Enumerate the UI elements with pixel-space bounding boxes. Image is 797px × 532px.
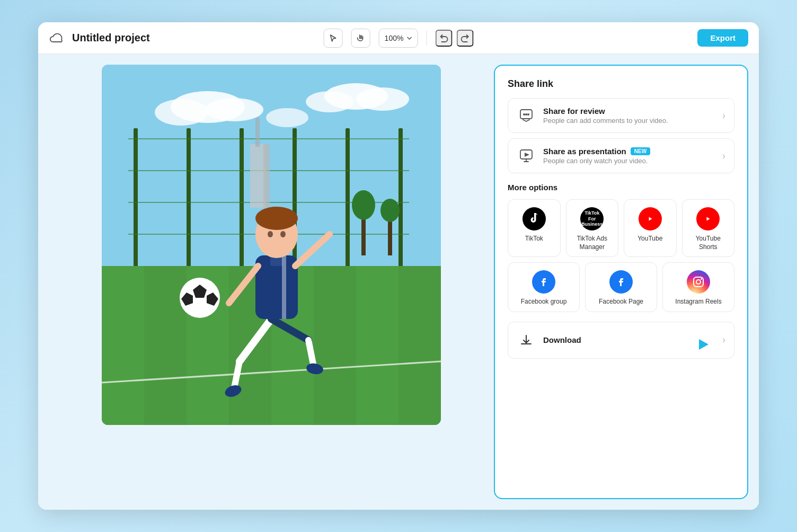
zoom-value: 100% xyxy=(385,34,404,42)
instagram-reels-label: Instagram Reels xyxy=(675,298,721,306)
facebook-group-icon xyxy=(532,270,555,294)
chevron-right-icon-2: › xyxy=(722,150,725,162)
share-review-title: Share for review xyxy=(543,107,715,116)
undo-button[interactable] xyxy=(435,30,452,47)
share-review-icon xyxy=(517,106,536,125)
tiktok-icon xyxy=(523,207,546,230)
svg-point-7 xyxy=(266,108,308,127)
redo-button[interactable] xyxy=(456,30,473,47)
facebook-page-label: Facebook Page xyxy=(599,298,643,306)
svg-point-3 xyxy=(205,98,263,121)
share-link-title: Share link xyxy=(508,78,734,90)
youtube-shorts-icon xyxy=(696,207,720,230)
download-card[interactable]: Download › xyxy=(508,322,734,359)
tiktok-label: TikTok xyxy=(525,235,543,243)
cursor-arrow-icon xyxy=(699,339,709,350)
svg-point-51 xyxy=(523,113,525,116)
svg-point-39 xyxy=(255,207,298,230)
facebook-group-item[interactable]: Facebook group xyxy=(508,262,580,312)
tiktok-ads-item[interactable]: TikTok For Business TikTok Ads Manager xyxy=(566,199,619,257)
svg-point-5 xyxy=(306,91,353,112)
youtube-item[interactable]: YouTube xyxy=(624,199,677,257)
canvas-area xyxy=(38,54,494,510)
undo-redo-group xyxy=(435,30,473,47)
header-center: 100% xyxy=(324,29,474,48)
share-presentation-text: Share as presentation New People can onl… xyxy=(543,147,715,165)
social-grid-row2: Facebook group Facebook Page xyxy=(508,262,734,312)
instagram-reels-item[interactable]: Instagram Reels xyxy=(662,262,734,312)
svg-rect-25 xyxy=(356,266,398,425)
divider xyxy=(426,31,427,46)
facebook-page-item[interactable]: Facebook Page xyxy=(585,262,657,312)
youtube-label: YouTube xyxy=(637,235,662,243)
facebook-page-icon xyxy=(609,270,633,294)
cloud-icon xyxy=(49,30,66,47)
svg-point-58 xyxy=(701,278,702,280)
export-button[interactable]: Export xyxy=(697,29,748,47)
tiktok-item[interactable]: TikTok xyxy=(508,199,561,257)
youtube-icon xyxy=(639,207,662,230)
svg-point-57 xyxy=(696,280,701,284)
svg-point-6 xyxy=(356,87,409,111)
svg-point-2 xyxy=(155,99,208,126)
svg-marker-55 xyxy=(525,153,529,157)
share-panel: Share link Share for review xyxy=(494,65,748,499)
svg-rect-48 xyxy=(388,218,392,255)
share-presentation-card[interactable]: Share as presentation New People can onl… xyxy=(508,138,734,173)
svg-rect-22 xyxy=(102,266,144,425)
pointer-tool-button[interactable] xyxy=(324,29,343,48)
svg-point-49 xyxy=(380,199,400,222)
zoom-control[interactable]: 100% xyxy=(379,29,418,48)
svg-point-52 xyxy=(525,113,527,116)
share-presentation-subtitle: People can only watch your video. xyxy=(543,157,715,165)
svg-point-40 xyxy=(268,231,273,237)
youtube-shorts-label: YouTube Shorts xyxy=(687,235,730,251)
header: Untitled project 100% xyxy=(38,22,759,54)
svg-rect-19 xyxy=(263,144,270,208)
svg-rect-35 xyxy=(282,255,286,319)
hand-tool-button[interactable] xyxy=(351,29,370,48)
new-badge: New xyxy=(631,147,650,155)
social-grid-row1: TikTok TikTok For Business TikTok Ads Ma… xyxy=(508,199,734,257)
svg-rect-20 xyxy=(255,118,260,147)
chevron-right-icon: › xyxy=(722,110,725,121)
project-title: Untitled project xyxy=(72,32,150,44)
download-icon xyxy=(517,331,536,350)
share-presentation-title: Share as presentation New xyxy=(543,147,715,156)
youtube-shorts-item[interactable]: YouTube Shorts xyxy=(682,199,735,257)
facebook-group-label: Facebook group xyxy=(521,298,567,306)
soccer-image xyxy=(102,65,441,425)
download-label: Download xyxy=(543,335,715,344)
tiktok-ads-icon: TikTok For Business xyxy=(580,207,604,230)
svg-point-47 xyxy=(352,190,375,220)
tiktok-ads-label: TikTok Ads Manager xyxy=(571,235,614,251)
svg-point-41 xyxy=(280,231,286,237)
share-review-text: Share for review People can add comments… xyxy=(543,107,715,125)
instagram-reels-icon xyxy=(687,270,710,294)
app-container: Untitled project 100% xyxy=(38,22,759,510)
svg-point-53 xyxy=(527,113,529,116)
more-options-title: More options xyxy=(508,183,734,192)
share-review-subtitle: People can add comments to your video. xyxy=(543,117,715,125)
share-review-card[interactable]: Share for review People can add comments… xyxy=(508,98,734,133)
download-chevron-icon: › xyxy=(722,334,725,345)
main-content: Share link Share for review xyxy=(38,54,759,510)
share-presentation-icon xyxy=(517,146,536,165)
